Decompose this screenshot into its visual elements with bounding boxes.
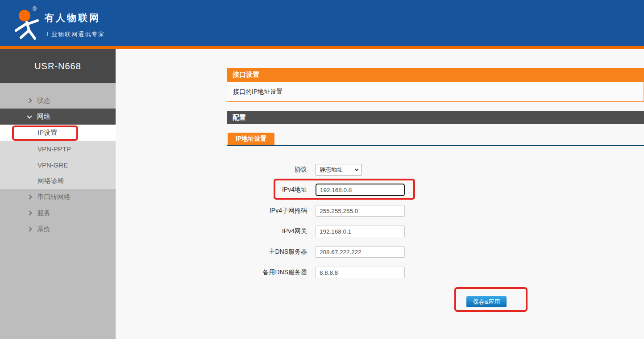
save-apply-button[interactable]: 保存&应用 — [466, 296, 507, 307]
sidebar-item-status[interactable]: 状态 — [0, 92, 116, 109]
form-row-ipv4-gateway: IPv4网关 — [222, 226, 405, 237]
brand-text-block: 有人物联网 工业物联网通讯专家 — [45, 12, 105, 38]
sidebar-item-serial-to-network[interactable]: 串口转网络 — [0, 189, 116, 205]
primary-dns-input[interactable] — [316, 246, 405, 258]
sidebar-item-vpn-gre[interactable]: VPN-GRE — [0, 157, 116, 173]
chevron-right-icon — [27, 194, 32, 199]
form-row-primary-dns: 主DNS服务器 — [222, 246, 405, 258]
tab-ip-address-settings[interactable]: IP地址设置 — [228, 133, 274, 145]
ipv4-gateway-label: IPv4网关 — [222, 227, 307, 235]
backup-dns-label: 备用DNS服务器 — [222, 268, 307, 276]
sidebar-item-ip-settings[interactable]: IP设置 — [0, 125, 116, 141]
sidebar: USR-N668 状态 网络 IP设置 VPN-PPTP VPN-GRE 网络诊… — [0, 49, 116, 339]
sidebar-item-label: VPN-GRE — [37, 161, 68, 169]
header-orange-strip — [0, 46, 644, 49]
primary-dns-label: 主DNS服务器 — [222, 248, 307, 256]
protocol-selected-value: 静态地址 — [320, 166, 355, 174]
sidebar-item-label: 网络 — [37, 113, 50, 121]
chevron-down-icon — [27, 113, 32, 118]
sidebar-item-label: 状态 — [37, 96, 50, 105]
sidebar-item-label: 串口转网络 — [37, 193, 71, 201]
protocol-label: 协议 — [222, 166, 307, 174]
form-row-ipv4-netmask: IPv4子网掩码 — [222, 205, 405, 217]
chevron-right-icon — [27, 226, 32, 231]
device-model-title: USR-N668 — [0, 49, 116, 83]
ipv4-netmask-input[interactable] — [316, 205, 405, 217]
section-description: 接口的IP地址设置 — [227, 82, 644, 102]
top-header: ® 有人物联网 工业物联网通讯专家 — [0, 0, 644, 46]
ipv4-netmask-label: IPv4子网掩码 — [222, 207, 307, 215]
page-canvas: ® 有人物联网 工业物联网通讯专家 USR-N668 状态 网络 IP设置 VP… — [0, 0, 644, 339]
form-row-ipv4-address: IPv4地址 — [222, 184, 405, 196]
sidebar-menu: 状态 网络 IP设置 VPN-PPTP VPN-GRE 网络诊断 串口转网络 — [0, 83, 116, 237]
form-row-backup-dns: 备用DNS服务器 — [222, 267, 405, 278]
config-title-bar: 配置 — [227, 111, 644, 124]
chevron-down-icon — [355, 167, 358, 171]
sidebar-item-label: VPN-PPTP — [37, 145, 71, 153]
sidebar-item-vpn-pptp[interactable]: VPN-PPTP — [0, 141, 116, 157]
sidebar-item-network-diagnosis[interactable]: 网络诊断 — [0, 173, 116, 189]
brand-logo-icon: ® — [8, 4, 44, 43]
ipv4-address-label: IPv4地址 — [222, 186, 307, 194]
sidebar-item-services[interactable]: 服务 — [0, 205, 116, 221]
backup-dns-input[interactable] — [316, 267, 405, 278]
sidebar-item-network[interactable]: 网络 — [0, 109, 116, 125]
tab-underline — [227, 145, 644, 146]
form-row-protocol: 协议 静态地址 — [222, 164, 362, 176]
brand-name: 有人物联网 — [45, 12, 105, 24]
brand-tagline: 工业物联网通讯专家 — [45, 30, 105, 38]
ipv4-address-input[interactable] — [316, 184, 405, 196]
registered-mark: ® — [33, 6, 37, 12]
sidebar-item-label: 服务 — [37, 209, 50, 218]
sidebar-item-label: IP设置 — [37, 129, 57, 137]
sidebar-item-label: 网络诊断 — [37, 177, 64, 185]
section-title-bar: 接口设置 — [227, 68, 644, 82]
chevron-right-icon — [27, 98, 32, 103]
protocol-select[interactable]: 静态地址 — [316, 164, 362, 176]
sidebar-item-label: 系统 — [37, 225, 50, 234]
ipv4-gateway-input[interactable] — [316, 226, 405, 237]
chevron-right-icon — [27, 210, 32, 215]
sidebar-item-system[interactable]: 系统 — [0, 221, 116, 237]
